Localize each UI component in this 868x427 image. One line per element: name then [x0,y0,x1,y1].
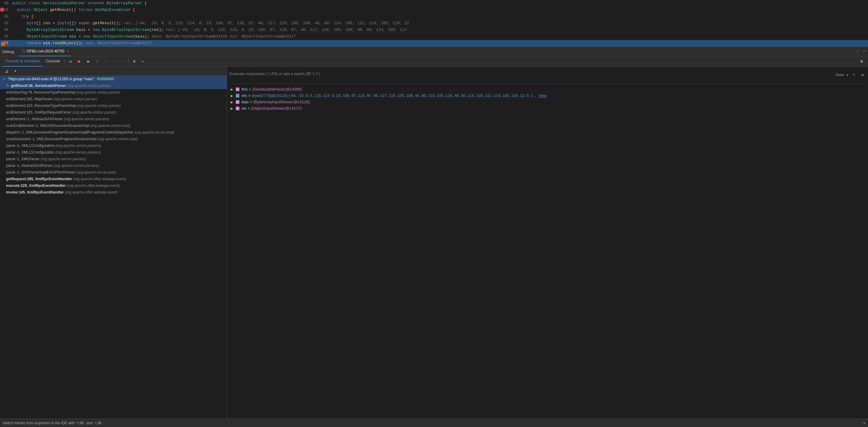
frame-class-0: (org.apache.xmlrpc.parser) [66,84,111,88]
breakpoint-31 [0,7,4,12]
code-line-34: 34 ByteArrayInputStream bais = new ByteA… [0,27,868,33]
frame-class-2: (org.apache.xmlrpc.parser) [52,97,97,101]
stack-frame-14[interactable]: getRequest:285, XmlRpcEventHandler (org.… [0,176,227,182]
resume-btn[interactable]: ▶ [85,58,93,65]
debug-tab-close[interactable]: × [67,49,69,53]
array-icon-res [236,93,240,98]
line-number-30: 30 [1,0,12,7]
stop-btn[interactable]: ◼ [75,58,83,65]
settings-icon-btn[interactable]: ⊞ [858,58,866,65]
line-number-32: 32 [1,13,12,20]
frame-class-13: (org.apache.xerces.jaxp) [75,170,116,174]
frame-class-11: (org.apache.xerces.parsers) [40,157,86,161]
stack-frame-13[interactable]: parse:-1, SAXParserImpl$JAXPSAXParser (o… [0,169,227,176]
stack-frame-2[interactable]: endElement:185, MapParser (org.apache.xm… [0,96,227,102]
frame-info-10: parse:-1, XML11Configuration [6,150,55,154]
frame-class-12: (org.apache.xerces.parsers) [52,164,99,168]
frame-class-9: (org.apache.xerces.parsers) [55,144,101,148]
var-value-res: {byte[2774]@14115} [-84, -19, 0, 5, 115,… [252,93,536,98]
code-content-31: public Object getResult() throws XmlRpcE… [12,7,868,13]
stack-frame-0[interactable]: ↻ getResult:36, SerializableParser (org.… [0,82,227,89]
expand-arrow-res: ▶ [230,94,234,98]
lang-label: Java [835,73,844,77]
stack-frame-1[interactable]: endValueTag:78, RecursiveTypeParserImpl … [0,89,227,96]
frame-info-6: scanEndElement:-1, XMLNSDocumentScannerI… [6,123,89,128]
right-panel: Evaluate expression (⌥F8) or add a watch… [227,67,868,419]
frame-class-8: (org.apache.xerces.impl) [97,137,137,141]
frame-class-4: (org.apache.xmlrpc.parser) [71,110,116,114]
stack-frame-8[interactable]: scanDocument:-1, XMLDocumentFragmentScan… [0,136,227,142]
debug-tab-ofbiz[interactable]: OFBiz-cve-2023-46750 × [19,47,71,56]
field-icon-bais: f [236,100,240,104]
frame-info-13: parse:-1, SAXParserImpl$JAXPSAXParser [6,170,75,174]
lang-dropdown-icon[interactable]: ▾ [846,73,849,78]
stack-frame-5[interactable]: endElement:-1, AbstractSAXParser (org.ap… [0,116,227,122]
file-icon [21,49,25,53]
debug-toolbar: Threads & Variables Console ↺ ◼ ▶ ⏸ ↷ ↓ … [0,56,868,67]
line-number-35: 35 [1,33,12,40]
debug-menu-icon[interactable]: ⋮ [855,49,860,55]
stack-frame-7[interactable]: dispatch:-1, XMLDocumentFragmentScannerI… [0,129,227,136]
thread-label: "https-jsse-nio-8443-exec-6"@13,055 in g… [8,77,114,81]
filter-icon-btn[interactable]: ⊿ [2,67,10,75]
frame-info-2: endElement:185, MapParser [6,97,52,101]
frame-method-14: getRequest:285, XmlRpcEventHandler [6,177,72,181]
frame-info-5: endElement:-1, AbstractSAXParser [6,117,63,121]
field-icon-this: f [236,87,240,91]
code-line-35: 35 ObjectInputStream ois = new ObjectInp… [0,33,868,40]
thread-item-main[interactable]: ✓ "https-jsse-nio-8443-exec-6"@13,055 in… [0,76,227,82]
frame-info-7: dispatch:-1, XMLDocumentFragmentScannerI… [6,130,133,135]
var-item-res[interactable]: ▶ res = {byte[2774]@14115} [-84, -19, 0,… [229,92,866,99]
restore-btn[interactable]: ↺ [67,58,74,65]
stack-frame-3[interactable]: endElement:103, RecursiveTypeParserImpl … [0,102,227,109]
var-value-ois: {ObjectInputStream@14117} [251,106,302,111]
mute-btn[interactable]: ⊘ [130,58,138,65]
settings-icon[interactable]: ⚙ [860,72,866,78]
frame-info-9: parse:-1, XML11Configuration [6,144,55,148]
debug-tab-label: OFBiz-cve-2023-46750 [27,49,64,53]
stack-frame-12[interactable]: parse:-1, AbstractSAXParser (org.apache.… [0,162,227,169]
step-out-btn[interactable]: ↑ [119,58,126,65]
dropdown-icon-btn[interactable]: ▾ [11,67,19,75]
step-over-btn[interactable]: ↷ [102,58,110,65]
running-badge: RUNNING [97,77,114,81]
var-equals-this: = [249,87,251,91]
status-close-btn[interactable]: × [863,421,866,426]
tab-console[interactable]: Console [43,56,63,67]
thread-check-icon: ✓ [2,77,6,82]
frame-method-0: getResult:36, SerializableParser [11,84,66,88]
var-item-ois[interactable]: ▶ f ois = {ObjectInputStream@14117} [229,105,866,111]
var-equals-bais: = [250,99,252,104]
debug-minimize-icon[interactable]: − [863,49,866,54]
view-link-res[interactable]: View [538,93,547,98]
frame-class-5: (org.apache.xerces.parsers) [63,117,109,121]
var-name-ois: ois [242,106,247,111]
step-into-btn[interactable]: ↓ [110,58,118,65]
code-content-35: ObjectInputStream ois = new ObjectInputS… [12,33,868,40]
stack-frame-11[interactable]: parse:-1, XMLParser (org.apache.xerces.p… [0,156,227,162]
more-btn[interactable]: ⋯ [139,58,147,65]
var-item-bais[interactable]: ▶ f bais = {ByteArrayInputStream@14116} [229,99,866,105]
sep-mini [84,58,84,65]
code-editor: 30 public class SerializableParser exten… [0,0,868,47]
toolbar-separator-1 [64,58,65,64]
stack-frame-16[interactable]: invoke:145, XmlRpcEventHandler (org.apac… [0,189,227,196]
var-item-this[interactable]: ▶ f this = {SerializableParser@14095} [229,86,866,92]
var-name-res: res [242,93,247,98]
code-line-32: 32 try { [0,13,868,20]
code-content-34: ByteArrayInputStream bais = new ByteArra… [12,27,868,33]
code-line-36: 🍎 36 return ois.readObject(); ois: Objec… [0,40,868,47]
var-equals-res: = [248,93,251,98]
stack-frame-10[interactable]: parse:-1, XML11Configuration (org.apache… [0,149,227,156]
tab-threads-variables[interactable]: Threads & Variables [2,56,43,67]
stack-frame-4[interactable]: endElement:165, XmlRpcRequestParser (org… [0,109,227,116]
stack-frame-15[interactable]: execute:229, XmlRpcEventHandler (org.apa… [0,182,227,189]
frame-info-8: scanDocument:-1, XMLDocumentFragmentScan… [6,137,97,141]
frame-class-15: (org.apache.ofbiz.webapp.event) [66,183,120,188]
frame-class-6: (org.apache.xerces.impl) [89,123,130,128]
pause-btn[interactable]: ⏸ [93,58,101,65]
frame-info-11: parse:-1, XMLParser [6,157,40,161]
stack-frame-9[interactable]: parse:-1, XML11Configuration (org.apache… [0,142,227,149]
add-watch-icon[interactable]: + [851,72,857,78]
stack-frame-6[interactable]: scanEndElement:-1, XMLNSDocumentScannerI… [0,122,227,129]
